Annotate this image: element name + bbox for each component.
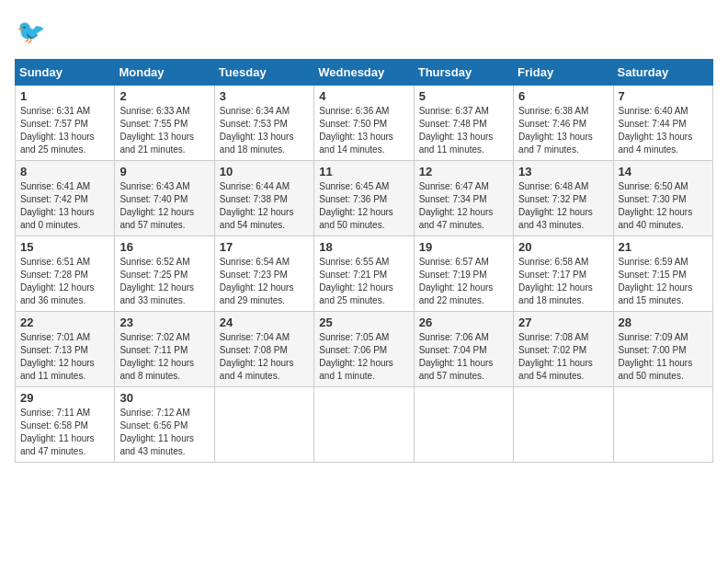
day-number: 11 xyxy=(319,165,408,178)
day-number: 13 xyxy=(518,165,608,178)
calendar-cell: 6Sunrise: 6:38 AM Sunset: 7:46 PM Daylig… xyxy=(514,86,613,161)
day-number: 9 xyxy=(119,165,209,178)
day-info: Sunrise: 6:47 AM Sunset: 7:34 PM Dayligh… xyxy=(419,180,508,232)
day-info: Sunrise: 6:34 AM Sunset: 7:53 PM Dayligh… xyxy=(220,105,309,156)
calendar-header-friday: Friday xyxy=(514,60,613,86)
day-number: 21 xyxy=(619,240,708,254)
calendar-header-saturday: Saturday xyxy=(613,60,712,86)
calendar-cell: 10Sunrise: 6:44 AM Sunset: 7:38 PM Dayli… xyxy=(214,161,313,236)
day-info: Sunrise: 6:31 AM Sunset: 7:57 PM Dayligh… xyxy=(20,105,109,156)
day-number: 19 xyxy=(419,240,508,254)
day-info: Sunrise: 6:37 AM Sunset: 7:48 PM Dayligh… xyxy=(419,105,508,156)
calendar-cell: 12Sunrise: 6:47 AM Sunset: 7:34 PM Dayli… xyxy=(414,161,513,236)
day-info: Sunrise: 7:02 AM Sunset: 7:11 PM Dayligh… xyxy=(119,331,209,383)
calendar-cell: 16Sunrise: 6:52 AM Sunset: 7:25 PM Dayli… xyxy=(115,236,214,312)
calendar-cell: 2Sunrise: 6:33 AM Sunset: 7:55 PM Daylig… xyxy=(115,86,214,161)
day-info: Sunrise: 7:04 AM Sunset: 7:08 PM Dayligh… xyxy=(220,331,309,383)
calendar-cell: 7Sunrise: 6:40 AM Sunset: 7:44 PM Daylig… xyxy=(613,86,712,161)
calendar-header-wednesday: Wednesday xyxy=(314,60,414,86)
day-info: Sunrise: 6:58 AM Sunset: 7:17 PM Dayligh… xyxy=(518,256,608,307)
day-info: Sunrise: 6:57 AM Sunset: 7:19 PM Dayligh… xyxy=(419,256,508,307)
day-number: 14 xyxy=(619,165,708,178)
calendar-week-row: 22Sunrise: 7:01 AM Sunset: 7:13 PM Dayli… xyxy=(16,312,713,387)
calendar-cell: 4Sunrise: 6:36 AM Sunset: 7:50 PM Daylig… xyxy=(314,86,414,161)
day-number: 1 xyxy=(20,89,109,103)
calendar-header-thursday: Thursday xyxy=(414,60,513,86)
day-number: 7 xyxy=(619,89,708,103)
day-info: Sunrise: 6:41 AM Sunset: 7:42 PM Dayligh… xyxy=(20,180,109,232)
logo: 🐦 xyxy=(15,15,51,48)
day-number: 15 xyxy=(20,240,109,254)
day-number: 22 xyxy=(20,316,109,329)
calendar-cell: 28Sunrise: 7:09 AM Sunset: 7:00 PM Dayli… xyxy=(613,312,712,387)
day-number: 20 xyxy=(518,240,608,254)
day-info: Sunrise: 6:55 AM Sunset: 7:21 PM Dayligh… xyxy=(319,256,408,307)
calendar-cell: 24Sunrise: 7:04 AM Sunset: 7:08 PM Dayli… xyxy=(214,312,313,387)
calendar-cell: 18Sunrise: 6:55 AM Sunset: 7:21 PM Dayli… xyxy=(314,236,414,312)
calendar-header-tuesday: Tuesday xyxy=(214,60,313,86)
calendar-cell: 17Sunrise: 6:54 AM Sunset: 7:23 PM Dayli… xyxy=(214,236,313,312)
day-number: 29 xyxy=(20,391,109,405)
day-info: Sunrise: 7:09 AM Sunset: 7:00 PM Dayligh… xyxy=(619,331,708,383)
logo-icon: 🐦 xyxy=(15,15,48,48)
day-number: 30 xyxy=(119,391,209,405)
day-info: Sunrise: 6:48 AM Sunset: 7:32 PM Dayligh… xyxy=(518,180,608,232)
day-info: Sunrise: 6:38 AM Sunset: 7:46 PM Dayligh… xyxy=(518,105,608,156)
calendar-cell xyxy=(414,387,513,463)
calendar-cell xyxy=(314,387,414,463)
svg-text:🐦: 🐦 xyxy=(17,17,46,46)
day-number: 16 xyxy=(119,240,209,254)
day-info: Sunrise: 6:33 AM Sunset: 7:55 PM Dayligh… xyxy=(119,105,209,156)
calendar-cell: 29Sunrise: 7:11 AM Sunset: 6:58 PM Dayli… xyxy=(16,387,115,463)
calendar-cell: 15Sunrise: 6:51 AM Sunset: 7:28 PM Dayli… xyxy=(16,236,115,312)
calendar-cell: 8Sunrise: 6:41 AM Sunset: 7:42 PM Daylig… xyxy=(16,161,115,236)
calendar-cell: 3Sunrise: 6:34 AM Sunset: 7:53 PM Daylig… xyxy=(214,86,313,161)
day-number: 23 xyxy=(119,316,209,329)
day-info: Sunrise: 7:06 AM Sunset: 7:04 PM Dayligh… xyxy=(419,331,508,383)
day-number: 12 xyxy=(419,165,508,178)
day-info: Sunrise: 6:40 AM Sunset: 7:44 PM Dayligh… xyxy=(619,105,708,156)
day-info: Sunrise: 6:51 AM Sunset: 7:28 PM Dayligh… xyxy=(20,256,109,307)
calendar-cell: 5Sunrise: 6:37 AM Sunset: 7:48 PM Daylig… xyxy=(414,86,513,161)
day-info: Sunrise: 6:36 AM Sunset: 7:50 PM Dayligh… xyxy=(319,105,408,156)
day-number: 25 xyxy=(319,316,408,329)
day-number: 17 xyxy=(220,240,309,254)
calendar-cell: 23Sunrise: 7:02 AM Sunset: 7:11 PM Dayli… xyxy=(115,312,214,387)
calendar-cell xyxy=(214,387,313,463)
day-info: Sunrise: 6:52 AM Sunset: 7:25 PM Dayligh… xyxy=(119,256,209,307)
day-info: Sunrise: 7:05 AM Sunset: 7:06 PM Dayligh… xyxy=(319,331,408,383)
day-number: 10 xyxy=(220,165,309,178)
day-info: Sunrise: 7:01 AM Sunset: 7:13 PM Dayligh… xyxy=(20,331,109,383)
day-info: Sunrise: 6:59 AM Sunset: 7:15 PM Dayligh… xyxy=(619,256,708,307)
calendar-header-monday: Monday xyxy=(115,60,214,86)
day-info: Sunrise: 6:45 AM Sunset: 7:36 PM Dayligh… xyxy=(319,180,408,232)
calendar-cell: 1Sunrise: 6:31 AM Sunset: 7:57 PM Daylig… xyxy=(16,86,115,161)
day-number: 2 xyxy=(119,89,209,103)
day-number: 27 xyxy=(518,316,608,329)
page-header: 🐦 xyxy=(15,15,713,48)
day-number: 6 xyxy=(518,89,608,103)
calendar-cell: 26Sunrise: 7:06 AM Sunset: 7:04 PM Dayli… xyxy=(414,312,513,387)
calendar-header-row: SundayMondayTuesdayWednesdayThursdayFrid… xyxy=(16,60,713,86)
calendar-cell: 27Sunrise: 7:08 AM Sunset: 7:02 PM Dayli… xyxy=(514,312,613,387)
calendar-header-sunday: Sunday xyxy=(16,60,115,86)
calendar-week-row: 8Sunrise: 6:41 AM Sunset: 7:42 PM Daylig… xyxy=(16,161,713,236)
calendar-cell: 30Sunrise: 7:12 AM Sunset: 6:56 PM Dayli… xyxy=(115,387,214,463)
calendar-table: SundayMondayTuesdayWednesdayThursdayFrid… xyxy=(15,59,713,463)
day-info: Sunrise: 7:11 AM Sunset: 6:58 PM Dayligh… xyxy=(20,407,109,458)
calendar-cell: 9Sunrise: 6:43 AM Sunset: 7:40 PM Daylig… xyxy=(115,161,214,236)
calendar-week-row: 15Sunrise: 6:51 AM Sunset: 7:28 PM Dayli… xyxy=(16,236,713,312)
day-number: 28 xyxy=(619,316,708,329)
calendar-cell: 22Sunrise: 7:01 AM Sunset: 7:13 PM Dayli… xyxy=(16,312,115,387)
calendar-cell xyxy=(613,387,712,463)
day-info: Sunrise: 7:12 AM Sunset: 6:56 PM Dayligh… xyxy=(119,407,209,458)
day-number: 4 xyxy=(319,89,408,103)
calendar-cell xyxy=(514,387,613,463)
day-number: 24 xyxy=(220,316,309,329)
day-number: 18 xyxy=(319,240,408,254)
calendar-cell: 19Sunrise: 6:57 AM Sunset: 7:19 PM Dayli… xyxy=(414,236,513,312)
calendar-week-row: 29Sunrise: 7:11 AM Sunset: 6:58 PM Dayli… xyxy=(16,387,713,463)
calendar-week-row: 1Sunrise: 6:31 AM Sunset: 7:57 PM Daylig… xyxy=(16,86,713,161)
day-number: 8 xyxy=(20,165,109,178)
day-info: Sunrise: 7:08 AM Sunset: 7:02 PM Dayligh… xyxy=(518,331,608,383)
